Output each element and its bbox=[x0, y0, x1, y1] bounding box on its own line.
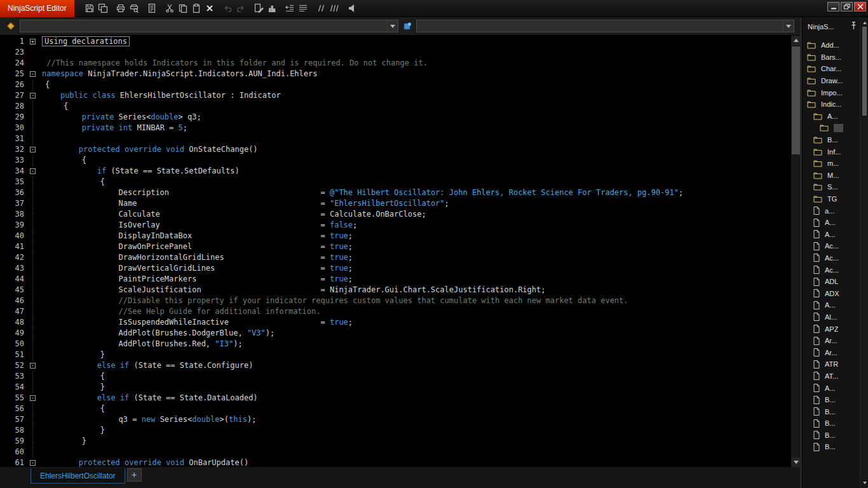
editor-scrollbar-thumb[interactable] bbox=[792, 46, 800, 154]
tree-item[interactable]: Impo... bbox=[803, 86, 860, 98]
code-line[interactable]: 46 //Disable this property if your indic… bbox=[0, 295, 790, 306]
tree-item[interactable]: A... bbox=[803, 299, 860, 311]
tree-item[interactable]: B... bbox=[803, 417, 860, 430]
close-button[interactable] bbox=[854, 2, 866, 11]
save-icon[interactable] bbox=[83, 2, 97, 15]
code-line[interactable]: 53 { bbox=[0, 371, 790, 382]
code-line[interactable]: 52- else if (State == State.Configure) bbox=[0, 360, 790, 371]
fold-collapse-icon[interactable]: - bbox=[29, 90, 39, 101]
tree-item[interactable]: Ar... bbox=[803, 346, 860, 358]
tree-item[interactable]: M... bbox=[803, 170, 860, 182]
type-dropdown[interactable] bbox=[20, 20, 398, 32]
new-tab-button[interactable]: + bbox=[127, 468, 142, 482]
code-line[interactable]: 35 { bbox=[0, 177, 790, 187]
editor-scrollbar[interactable] bbox=[790, 36, 800, 467]
code-line[interactable]: 38 Calculate = Calculate.OnBarClose; bbox=[0, 209, 790, 220]
comment-icon[interactable] bbox=[315, 2, 328, 15]
tree-item[interactable]: Bars... bbox=[803, 51, 860, 64]
fold-collapse-icon[interactable]: - bbox=[29, 458, 39, 467]
chevron-down-icon[interactable] bbox=[783, 20, 794, 32]
minimize-button[interactable] bbox=[827, 2, 839, 11]
code-line[interactable]: 34- if (State == State.SetDefaults) bbox=[0, 166, 790, 177]
chevron-down-icon[interactable] bbox=[387, 20, 398, 32]
tree-item[interactable]: B... bbox=[803, 134, 860, 146]
save-all-icon[interactable] bbox=[97, 2, 110, 15]
tree-item[interactable]: Draw... bbox=[803, 75, 860, 87]
member-dropdown[interactable] bbox=[416, 20, 795, 32]
tree-item[interactable]: TG bbox=[803, 193, 860, 205]
page-setup-icon[interactable] bbox=[146, 2, 159, 15]
code-line[interactable]: 24 //This namespace holds Indicators in … bbox=[0, 58, 790, 69]
tree-item[interactable]: APZ bbox=[803, 323, 860, 335]
code-line[interactable]: 43 DrawVerticalGridLines = true; bbox=[0, 263, 790, 274]
tree-item[interactable]: A... bbox=[803, 382, 860, 394]
print-icon[interactable] bbox=[114, 2, 128, 15]
print-preview-icon[interactable] bbox=[128, 2, 141, 15]
tree-item[interactable]: A... bbox=[803, 217, 860, 229]
code-line[interactable]: 27- public class EhlersHilbertOscillator… bbox=[0, 90, 790, 101]
tree-item[interactable]: ADL bbox=[803, 276, 860, 288]
paste-icon[interactable] bbox=[190, 2, 203, 15]
code-line[interactable]: 28 { bbox=[0, 101, 790, 112]
code-line[interactable]: 23 bbox=[0, 47, 790, 58]
code-line[interactable]: 39 IsOverlay = false; bbox=[0, 220, 790, 231]
scroll-down-icon[interactable] bbox=[860, 478, 868, 487]
fold-collapse-icon[interactable]: - bbox=[29, 166, 39, 177]
code-line[interactable]: 51 } bbox=[0, 349, 790, 360]
tree-item[interactable]: ADX bbox=[803, 287, 860, 299]
code-line[interactable]: 57 q3 = new Series<double>(this); bbox=[0, 414, 790, 425]
scroll-down-icon[interactable] bbox=[791, 458, 801, 467]
fold-collapse-icon[interactable]: - bbox=[29, 360, 39, 371]
code-line[interactable]: 32- protected override void OnStateChang… bbox=[0, 144, 790, 155]
align-icon[interactable] bbox=[297, 2, 310, 15]
pin-icon[interactable] bbox=[850, 22, 857, 31]
code-line[interactable]: 36 Description = @"The Hilbert Oscillato… bbox=[0, 187, 790, 198]
code-line[interactable]: 58 } bbox=[0, 425, 790, 436]
code-line[interactable]: 59 } bbox=[0, 436, 790, 447]
code-line[interactable]: 26{ bbox=[0, 79, 790, 90]
scroll-up-icon[interactable] bbox=[791, 36, 801, 45]
tree-item[interactable]: Indic... bbox=[803, 98, 860, 111]
code-line[interactable]: 42 DrawHorizontalGridLines = true; bbox=[0, 252, 790, 263]
code-line[interactable]: 61- protected override void OnBarUpdate(… bbox=[0, 458, 790, 467]
tree-item[interactable]: B... bbox=[803, 441, 860, 453]
copy-icon[interactable] bbox=[177, 2, 190, 15]
fold-expand-icon[interactable]: + bbox=[29, 36, 39, 47]
tree-item[interactable]: Ac... bbox=[803, 252, 860, 264]
code-line[interactable]: 40 DisplayInDataBox = true; bbox=[0, 231, 790, 241]
code-line[interactable]: 41 DrawOnPricePanel = true; bbox=[0, 241, 790, 252]
code-line[interactable]: 48 IsSuspendedWhileInactive = true; bbox=[0, 317, 790, 328]
delete-icon[interactable] bbox=[203, 2, 217, 15]
code-line[interactable]: 37 Name = "EhlersHilbertOscillator"; bbox=[0, 198, 790, 209]
edit-script-icon[interactable] bbox=[252, 2, 266, 15]
code-line[interactable]: 56 { bbox=[0, 403, 790, 414]
fold-collapse-icon[interactable]: - bbox=[29, 69, 39, 79]
code-line[interactable]: 47 //See Help Guide for additional infor… bbox=[0, 306, 790, 317]
code-line[interactable]: 31 bbox=[0, 133, 790, 144]
code-line[interactable]: 54 } bbox=[0, 382, 790, 393]
explorer-scrollbar-thumb[interactable] bbox=[862, 27, 867, 116]
code-line[interactable]: 45 ScaleJustification = NinjaTrader.Gui.… bbox=[0, 285, 790, 295]
tree-item[interactable]: a... bbox=[803, 205, 860, 217]
code-line[interactable]: 55- else if (State == State.DataLoaded) bbox=[0, 393, 790, 403]
tree-item[interactable]: Ac... bbox=[803, 264, 860, 276]
redo-icon[interactable] bbox=[234, 2, 248, 15]
undo-icon[interactable] bbox=[221, 2, 234, 15]
tree-item[interactable]: m... bbox=[803, 158, 860, 170]
decrease-indent-icon[interactable] bbox=[283, 2, 297, 15]
code-line[interactable]: 29 private Series<double> q3; bbox=[0, 112, 790, 123]
code-line[interactable]: 49 AddPlot(Brushes.DodgerBlue, "V3"); bbox=[0, 328, 790, 339]
scroll-up-icon[interactable] bbox=[860, 18, 868, 27]
code-editor[interactable]: 1+Using declarations2324 //This namespac… bbox=[0, 36, 790, 467]
tree-item[interactable] bbox=[803, 122, 860, 134]
cut-icon[interactable] bbox=[163, 2, 177, 15]
uncomment-icon[interactable] bbox=[328, 2, 341, 15]
code-line[interactable]: 60 bbox=[0, 447, 790, 458]
tree-item[interactable]: S... bbox=[803, 181, 860, 193]
compile-icon[interactable] bbox=[346, 2, 359, 15]
restore-button[interactable] bbox=[841, 2, 853, 11]
tree-item[interactable]: Al... bbox=[803, 311, 860, 323]
code-line[interactable]: 44 PaintPriceMarkers = true; bbox=[0, 274, 790, 285]
tree-item[interactable]: Ac... bbox=[803, 240, 860, 252]
tree-item[interactable]: B... bbox=[803, 405, 860, 417]
